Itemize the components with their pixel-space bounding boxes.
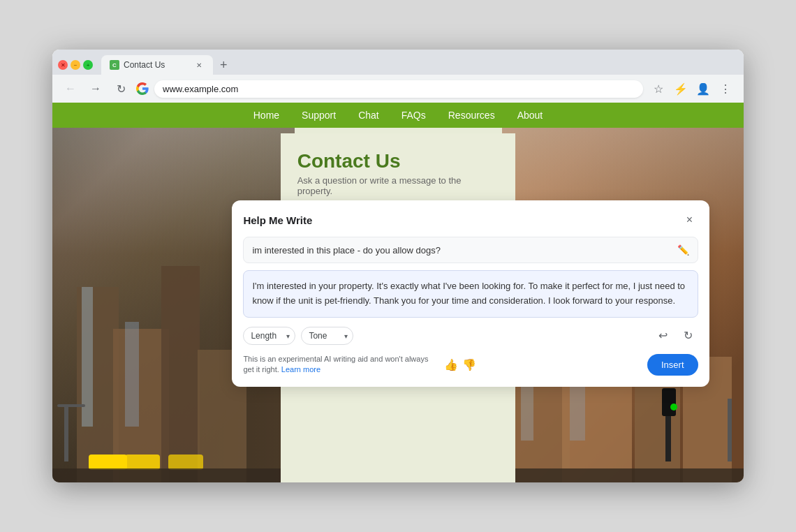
nav-links: Home Support Chat FAQs Resources About <box>52 103 744 128</box>
nav-resources[interactable]: Resources <box>448 110 495 121</box>
nav-support[interactable]: Support <box>302 110 336 121</box>
insert-button[interactable]: Insert <box>647 354 698 376</box>
url-input[interactable] <box>154 80 643 98</box>
learn-more-link[interactable]: Learn more <box>281 365 320 374</box>
minimize-window-button[interactable]: − <box>71 60 80 70</box>
tab-bar: ✕ − + C Contact Us ✕ + <box>52 50 744 75</box>
controls-row: Length Short Medium Long Tone Formal Cas… <box>243 326 698 346</box>
toolbar-icons: ☆ ⚡ 👤 ⋮ <box>649 79 735 98</box>
tab-title: Contact Us <box>124 60 189 70</box>
panel-close-button[interactable]: × <box>681 212 698 228</box>
nav-about[interactable]: About <box>517 110 543 121</box>
feedback-icons: 👍 👎 <box>444 358 476 371</box>
close-window-button[interactable]: ✕ <box>58 60 68 70</box>
length-dropdown[interactable]: Length Short Medium Long <box>243 327 295 345</box>
browser-chrome: ✕ − + C Contact Us ✕ + ← → ↻ <box>52 50 744 103</box>
forward-button[interactable]: → <box>86 79 105 98</box>
page-subtitle: Ask a question or write a message to the… <box>297 175 499 196</box>
bookmark-button[interactable]: ☆ <box>649 79 668 98</box>
browser-window: ✕ − + C Contact Us ✕ + ← → ↻ <box>52 50 744 482</box>
maximize-window-button[interactable]: + <box>83 60 93 70</box>
nav-chat[interactable]: Chat <box>358 110 379 121</box>
thumbs-up-button[interactable]: 👍 <box>444 358 458 371</box>
tone-dropdown[interactable]: Tone Formal Casual Friendly <box>301 327 353 345</box>
website-content: Home Support Chat FAQs Resources About C… <box>52 103 744 482</box>
tab-favicon: C <box>110 60 119 70</box>
thumbs-down-button[interactable]: 👎 <box>462 358 476 371</box>
reload-button[interactable]: ↻ <box>111 79 131 98</box>
menu-button[interactable]: ⋮ <box>716 79 735 98</box>
google-icon <box>136 82 149 95</box>
nav-home[interactable]: Home <box>253 110 279 121</box>
disclaimer-text: This is an experimental AI writing aid a… <box>243 354 438 376</box>
window-controls: ✕ − + <box>58 60 93 70</box>
undo-button[interactable]: ↩ <box>654 326 673 346</box>
tone-dropdown-wrapper: Tone Formal Casual Friendly <box>301 327 353 345</box>
input-preview: im interested in this place - do you all… <box>243 237 698 263</box>
extensions-button[interactable]: ⚡ <box>671 79 691 98</box>
regen-icons: ↩ ↻ <box>654 326 698 346</box>
favicon-letter: C <box>112 62 117 68</box>
back-button[interactable]: ← <box>61 79 80 98</box>
panel-header: Help Me Write × <box>243 212 698 228</box>
new-tab-button[interactable]: + <box>216 58 232 73</box>
generated-text: I'm interested in your property. It's ex… <box>243 270 698 318</box>
help-write-panel: Help Me Write × im interested in this pl… <box>232 200 709 387</box>
dropdown-group: Length Short Medium Long Tone Formal Cas… <box>243 327 353 345</box>
page-title: Contact Us <box>297 150 499 172</box>
nav-faqs[interactable]: FAQs <box>401 110 426 121</box>
address-bar: ← → ↻ ☆ ⚡ 👤 ⋮ <box>52 75 744 103</box>
panel-title: Help Me Write <box>243 214 312 226</box>
redo-button[interactable]: ↻ <box>679 326 698 346</box>
length-dropdown-wrapper: Length Short Medium Long <box>243 327 295 345</box>
edit-icon[interactable]: ✏️ <box>677 244 689 256</box>
active-tab[interactable]: C Contact Us ✕ <box>101 55 213 75</box>
profile-button[interactable]: 👤 <box>693 79 713 98</box>
input-preview-text: im interested in this place - do you all… <box>252 245 441 256</box>
tab-close-button[interactable]: ✕ <box>193 59 205 71</box>
site-nav: Home Support Chat FAQs Resources About <box>52 103 744 128</box>
footer-row: This is an experimental AI writing aid a… <box>243 354 698 376</box>
